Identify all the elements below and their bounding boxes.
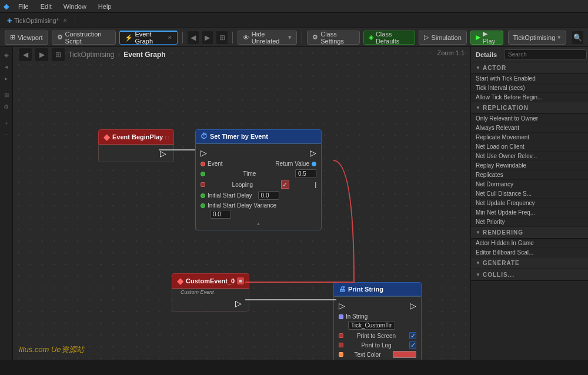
construction-label: Construction Script	[65, 31, 111, 45]
sidebar-icon-grid[interactable]: ⊞	[1, 89, 12, 100]
menu-file[interactable]: File	[16, 2, 31, 11]
tab-tickoptimising[interactable]: ◈ TickOptimising* ✕	[0, 13, 75, 28]
tick-chevron-icon: ▾	[557, 34, 561, 41]
time-input[interactable]	[295, 169, 316, 178]
print-screen-label: Print to Screen	[357, 333, 396, 339]
class-defaults-btn[interactable]: ◈ Class Defaults	[363, 31, 416, 45]
sidebar-icon-1[interactable]: ◈	[1, 49, 12, 60]
variance-row: Initial Start Delay Variance	[196, 201, 321, 220]
print-log-row: Print to Log ✓	[334, 340, 421, 350]
actor-prop-2: Tick Interval (secs)	[471, 83, 588, 93]
sidebar-icon-add[interactable]: +	[1, 118, 12, 128]
replication-prop-9: Net Cull Distance S...	[471, 189, 588, 199]
tab-label: TickOptimising*	[14, 17, 59, 24]
time-label: Time	[243, 170, 256, 177]
breadcrumb: ◀ ▶ ⊞ TickOptimising › Event Graph	[13, 47, 470, 62]
details-label: Details	[476, 51, 497, 58]
toolbar: ⊞ Viewport ⚙ Construction Script ⚡ Event…	[0, 28, 588, 47]
sidebar-icon-2[interactable]: ◂	[1, 61, 12, 72]
play-icon: ▶	[476, 34, 480, 41]
exec-out-arrow2: ▷	[310, 148, 316, 158]
back-btn[interactable]: ◀	[188, 31, 199, 44]
event-graph-tab-btn[interactable]: ⚡ Event Graph ✕	[119, 31, 178, 45]
class-settings-btn[interactable]: ⚙ Class Settings	[307, 31, 360, 45]
event-begin-play-title: Event BeginPlay	[112, 133, 163, 140]
blueprint-canvas[interactable]: ◀ ▶ ⊞ TickOptimising › Event Graph Zoom …	[13, 47, 470, 360]
custom-event-extra: ■	[237, 277, 243, 284]
rendering-prop-1: Actor Hidden In Game	[471, 239, 588, 248]
generate-triangle: ▼	[476, 260, 480, 266]
exec-out-row: ▷	[102, 148, 170, 159]
actor-section-label: ACTOR	[483, 65, 506, 71]
tab-close-icon[interactable]: ✕	[168, 35, 172, 41]
replication-prop-7: Replicates	[471, 170, 588, 180]
print-string-body: ▷ ▷ In String Print to Screen	[333, 296, 422, 360]
construction-script-btn[interactable]: ⚙ Construction Script	[52, 31, 116, 45]
sep3	[302, 32, 302, 43]
print-log-checkbox[interactable]: ✓	[409, 341, 416, 349]
custom-event-subtitle: Custom Event	[176, 289, 245, 297]
print-screen-pin	[339, 333, 343, 338]
sidebar-icon-3[interactable]: ▸	[1, 73, 12, 83]
breadcrumb-parent: TickOptimising	[68, 51, 114, 59]
collision-section-header[interactable]: ▼ COLLIS...	[471, 269, 588, 281]
set-timer-collapse[interactable]: ▲	[196, 220, 321, 227]
print-screen-row: Print to Screen ✓	[334, 331, 421, 340]
sidebar-icon-gear[interactable]: ⚙	[1, 101, 12, 112]
replication-triangle: ▼	[476, 105, 480, 111]
details-search-input[interactable]	[504, 49, 587, 59]
print-screen-checkbox[interactable]: ✓	[409, 332, 416, 339]
initial-delay-input[interactable]	[258, 191, 279, 200]
tick-optimising-dropdown[interactable]: TickOptimising ▾	[508, 31, 567, 45]
collision-section-label: COLLIS...	[483, 272, 514, 278]
forward-btn[interactable]: ▶	[202, 31, 213, 44]
looping-label: Looping	[232, 182, 253, 188]
sidebar-icon-minus[interactable]: −	[1, 129, 12, 140]
tab-bar: ◈ TickOptimising* ✕	[0, 13, 588, 28]
menu-help[interactable]: Help	[96, 2, 114, 11]
looping-checkbox[interactable]: ✓	[281, 180, 289, 189]
actor-section-header[interactable]: ▼ ACTOR	[471, 62, 588, 74]
return-pin-dot	[312, 162, 316, 166]
menu-window[interactable]: Window	[61, 2, 89, 11]
set-timer-node[interactable]: ⏱ Set Timer by Event ▷ ▷ Event Return Va…	[195, 129, 322, 230]
search-btn[interactable]: 🔍	[572, 31, 583, 44]
grid-icon[interactable]: ⊞	[52, 48, 65, 61]
class-defaults-label: Class Defaults	[376, 31, 410, 45]
hide-unrelated-btn[interactable]: 👁 Hide Unrelated ▾	[238, 31, 298, 45]
grid-align-btn[interactable]: ⊞	[216, 31, 228, 44]
construction-icon: ⚙	[57, 34, 63, 41]
initial-delay-row: Initial Start Delay	[196, 190, 321, 201]
in-string-pin	[339, 314, 343, 319]
print-exec-out: ▷	[410, 301, 416, 310]
viewport-tab-btn[interactable]: ⊞ Viewport	[5, 31, 48, 45]
replication-section-header[interactable]: ▼ REPLICATION	[471, 102, 588, 114]
looping-pin	[201, 182, 205, 187]
print-string-node[interactable]: 🖨 Print String ▷ ▷ In String	[333, 282, 422, 360]
tab-icon: ◈	[7, 16, 12, 24]
nav-forward-btn[interactable]: ▶	[35, 48, 48, 61]
simulation-btn[interactable]: ▷ Simulation	[419, 31, 466, 45]
in-string-input[interactable]	[348, 321, 395, 330]
play-btn[interactable]: ▶ ▶ Play	[470, 31, 503, 45]
replication-prop-1: Only Relevant to Owner	[471, 114, 588, 123]
in-string-label: In String	[346, 313, 368, 320]
replication-prop-8: Net Dormancy	[471, 180, 588, 189]
replication-prop-4: Net Load on Client	[471, 142, 588, 152]
app-logo: ◈	[4, 2, 9, 11]
custom-event-node[interactable]: ◆ CustomEvent_0 ■ Custom Event ▷	[172, 273, 249, 312]
print-string-title: Print String	[348, 286, 383, 293]
nav-back-btn[interactable]: ◀	[19, 48, 32, 61]
print-icon: 🖨	[339, 285, 346, 293]
rendering-section-header[interactable]: ▼ RENDERING	[471, 227, 588, 239]
play-label: ▶ Play	[483, 30, 498, 45]
set-timer-exec-row: ▷ ▷	[196, 146, 321, 159]
menu-edit[interactable]: Edit	[38, 2, 54, 11]
text-color-swatch[interactable]	[393, 351, 416, 358]
generate-section-header[interactable]: ▼ GENERATE	[471, 257, 588, 269]
print-string-header: 🖨 Print String	[333, 282, 422, 296]
set-timer-body: ▷ ▷ Event Return Value	[195, 143, 322, 230]
variance-input[interactable]	[210, 210, 231, 219]
tab-close-btn[interactable]: ✕	[63, 18, 68, 24]
event-begin-play-node[interactable]: ◆ Event BeginPlay □ ▷	[98, 129, 174, 162]
